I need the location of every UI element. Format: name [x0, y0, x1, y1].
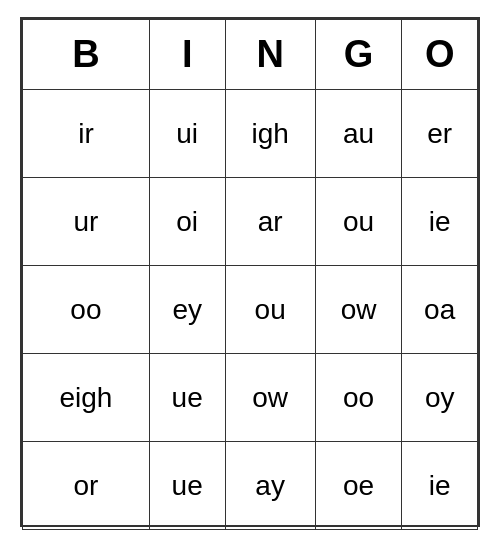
- cell-r4-c2: ay: [225, 442, 315, 530]
- bingo-card: BINGO iruiighaueruroiarouieooeyouowoaeig…: [20, 17, 480, 527]
- cell-r2-c2: ou: [225, 266, 315, 354]
- header-cell-n: N: [225, 20, 315, 90]
- header-cell-o: O: [402, 20, 478, 90]
- cell-r4-c1: ue: [149, 442, 225, 530]
- cell-r1-c0: ur: [23, 178, 150, 266]
- table-row: ooeyouowoa: [23, 266, 478, 354]
- cell-r1-c1: oi: [149, 178, 225, 266]
- header-cell-i: I: [149, 20, 225, 90]
- table-row: orueayoeie: [23, 442, 478, 530]
- cell-r2-c0: oo: [23, 266, 150, 354]
- cell-r1-c2: ar: [225, 178, 315, 266]
- cell-r4-c0: or: [23, 442, 150, 530]
- cell-r0-c0: ir: [23, 90, 150, 178]
- bingo-table: BINGO iruiighaueruroiarouieooeyouowoaeig…: [22, 19, 478, 530]
- table-row: eighueowoooy: [23, 354, 478, 442]
- cell-r3-c2: ow: [225, 354, 315, 442]
- cell-r0-c1: ui: [149, 90, 225, 178]
- cell-r3-c3: oo: [315, 354, 402, 442]
- cell-r1-c4: ie: [402, 178, 478, 266]
- header-cell-g: G: [315, 20, 402, 90]
- cell-r3-c1: ue: [149, 354, 225, 442]
- table-row: iruiighauer: [23, 90, 478, 178]
- cell-r2-c1: ey: [149, 266, 225, 354]
- header-row: BINGO: [23, 20, 478, 90]
- cell-r2-c3: ow: [315, 266, 402, 354]
- cell-r3-c0: eigh: [23, 354, 150, 442]
- cell-r2-c4: oa: [402, 266, 478, 354]
- cell-r0-c2: igh: [225, 90, 315, 178]
- header-cell-b: B: [23, 20, 150, 90]
- cell-r4-c3: oe: [315, 442, 402, 530]
- cell-r0-c4: er: [402, 90, 478, 178]
- table-row: uroiarouie: [23, 178, 478, 266]
- cell-r1-c3: ou: [315, 178, 402, 266]
- cell-r3-c4: oy: [402, 354, 478, 442]
- cell-r0-c3: au: [315, 90, 402, 178]
- cell-r4-c4: ie: [402, 442, 478, 530]
